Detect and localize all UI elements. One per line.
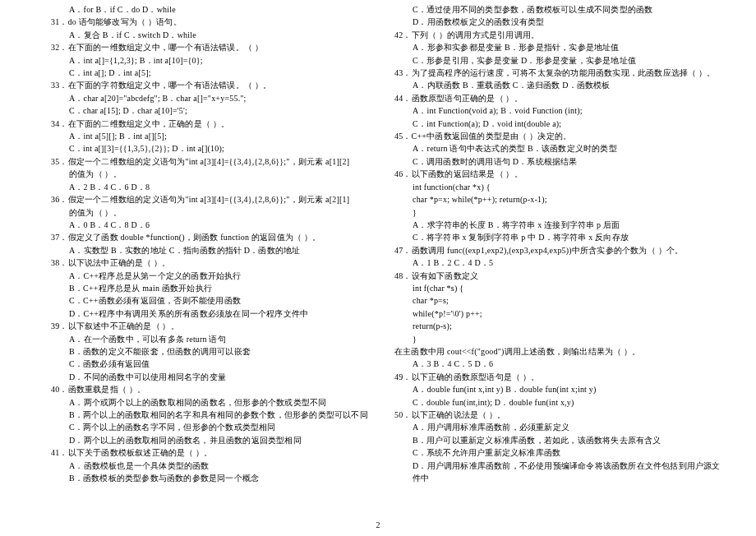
text-line: A．char a[20]="abcdefg"; B．char a[]="x+y=…: [51, 92, 362, 104]
text-line: 33．在下面的字符数组定义中，哪一个有语法错误。（ ）。: [51, 79, 362, 91]
text-line: A．内联函数 B．重载函数 C．递归函数 D．函数模板: [394, 79, 723, 91]
text-line: }: [394, 206, 723, 219]
text-line: C．系统不允许用户重新定义标准库函数: [394, 446, 723, 459]
text-line: A．0 B．4 C．8 D．6: [51, 219, 362, 231]
text-line: 44．函数原型语句正确的是（ ）。: [394, 92, 723, 104]
text-line: 的值为（ ）。: [51, 168, 362, 180]
text-line: 45．C++中函数返回值的类型是由（ ）决定的。: [394, 130, 723, 142]
text-line: A．用户调用标准库函数前，必须重新定义: [394, 421, 723, 433]
left-column: A．for B．if C．do D．while31．do 语句能够改写为（ ）语…: [0, 3, 378, 484]
text-line: 的值为（ ）。: [51, 206, 362, 219]
text-line: A．实数型 B．实数的地址 C．指向函数的指针 D．函数的地址: [51, 244, 362, 256]
text-line: D．用户调用标准库函数前，不必使用预编译命令将该函数所在文件包括到用户源文: [394, 460, 723, 472]
text-line: B．C++程序总是从 main 函数开始执行: [51, 282, 362, 294]
document-page: A．for B．if C．do D．while31．do 语句能够改写为（ ）语…: [0, 0, 756, 484]
text-line: 件中: [394, 472, 723, 484]
text-line: D．用函数模板定义的函数没有类型: [394, 16, 723, 28]
text-line: C．int a[][3]={{1,3,5},{2}}; D．int a[](10…: [51, 142, 362, 155]
text-line: 48．设有如下函数定义: [394, 270, 723, 282]
text-line: A．double fun(int x,int y) B．double fun(i…: [394, 383, 723, 395]
text-line: A．int a[5][]; B．int a[][5];: [51, 130, 362, 142]
text-line: C．double fun(int,int); D．double fun(int …: [394, 396, 723, 409]
text-line: A．两个或两个以上的函数取相同的函数名，但形参的个数或类型不同: [51, 396, 362, 409]
text-line: A．3 B．4 C．5 D．6: [394, 358, 723, 370]
text-line: D．C++程序中有调用关系的所有函数必须放在同一个程序文件中: [51, 307, 362, 320]
text-line: return(p-s);: [394, 320, 723, 332]
text-line: C．形参是引用，实参是变量 D．形参是变量，实参是地址值: [394, 54, 723, 67]
text-line: A．形参和实参都是变量 B．形参是指针，实参是地址值: [394, 41, 723, 53]
text-line: 32．在下面的一维数组定义中，哪一个有语法错误。（ ）: [51, 41, 362, 53]
text-line: B．用户可以重新定义标准库函数，若如此，该函数将失去原有含义: [394, 434, 723, 446]
text-line: D．不同的函数中可以使用相同名字的变量: [51, 371, 362, 383]
page-number: 2: [376, 520, 380, 529]
text-line: 49．以下正确的函数原型语句是（ ）。: [394, 371, 723, 383]
text-line: C．将字符串 x 复制到字符串 p 中 D．将字符串 x 反向存放: [394, 231, 723, 243]
text-line: char *p=s;: [394, 294, 723, 307]
text-line: A．函数模板也是一个具体类型的函数: [51, 460, 362, 472]
text-line: 31．do 语句能够改写为（ ）语句。: [51, 16, 362, 28]
text-line: 在主函数中用 cout<<f("good")调用上述函数，则输出结果为（ ）。: [394, 345, 723, 358]
text-line: int function(char *x) {: [394, 181, 723, 193]
text-line: A．int Function(void a); B．void Function …: [394, 104, 723, 117]
text-line: C．char a[15]; D．char a[10]='5';: [51, 104, 362, 117]
text-line: C．int a[]; D．int a[5];: [51, 67, 362, 79]
text-line: 35．假定一个二维数组的定义语句为"int a[3][4]={{3,4},{2,…: [51, 155, 362, 168]
text-line: 40．函数重载是指（ ）。: [51, 383, 362, 395]
text-line: A．求字符串的长度 B．将字符串 x 连接到字符串 p 后面: [394, 219, 723, 231]
text-line: A．复合 B．if C．switch D．while: [51, 29, 362, 41]
text-line: C．两个以上的函数名字不同，但形参的个数或类型相同: [51, 421, 362, 433]
text-line: 46．以下函数的返回结果是（ ）。: [394, 168, 723, 180]
text-line: A．2 B．4 C．6 D．8: [51, 181, 362, 193]
text-line: B．函数模板的类型参数与函数的参数是同一个概念: [51, 472, 362, 484]
text-line: A．在一个函数中，可以有多条 return 语句: [51, 333, 362, 345]
text-line: C．调用函数时的调用语句 D．系统根据结果: [394, 155, 723, 168]
text-line: B．两个以上的函数取相同的名字和具有相同的参数个数，但形参的类型可以不同: [51, 409, 362, 421]
text-line: C．函数必须有返回值: [51, 358, 362, 370]
text-line: 39．以下叙述中不正确的是（ ）。: [51, 320, 362, 332]
text-line: 36．假定一个二维数组的定义语句为"int a[3][4]={{3,4},{2,…: [51, 193, 362, 206]
text-line: A．return 语句中表达式的类型 B．该函数定义时的类型: [394, 142, 723, 155]
text-line: 43．为了提高程序的运行速度，可将不太复杂的功能用函数实现，此函数应选择（ ）。: [394, 67, 723, 79]
text-line: 38．以下说法中正确的是（ ）。: [51, 256, 362, 269]
text-line: 42．下列（ ）的调用方式是引用调用。: [394, 29, 723, 41]
text-line: int f(char *s) {: [394, 282, 723, 294]
text-line: B．函数的定义不能嵌套，但函数的调用可以嵌套: [51, 345, 362, 358]
text-line: C．int Function(a); D．void int(double a);: [394, 118, 723, 130]
text-line: C．C++函数必须有返回值，否则不能使用函数: [51, 294, 362, 307]
text-line: A．1 B．2 C．4 D．5: [394, 256, 723, 269]
text-line: 37．假定义了函数 double *function()，则函数 functio…: [51, 231, 362, 243]
text-line: char *p=x; while(*p++); return(p-x-1);: [394, 193, 723, 206]
text-line: 47．函数调用 func((exp1,exp2),(exp3,exp4,exp5…: [394, 244, 723, 256]
right-column: C．通过使用不同的类型参数，函数模板可以生成不同类型的函数D．用函数模板定义的函…: [378, 3, 756, 484]
text-line: }: [394, 333, 723, 345]
text-line: C．通过使用不同的类型参数，函数模板可以生成不同类型的函数: [394, 3, 723, 16]
text-line: 34．在下面的二维数组定义中，正确的是（ ）。: [51, 118, 362, 130]
text-line: A．for B．if C．do D．while: [51, 3, 362, 16]
text-line: A．C++程序总是从第一个定义的函数开始执行: [51, 270, 362, 282]
text-line: 50．以下正确的说法是（ ）。: [394, 409, 723, 421]
text-line: A．int a[]={1,2,3}; B．int a[10]={0};: [51, 54, 362, 67]
text-line: while(*p!='\0') p++;: [394, 307, 723, 320]
text-line: 41．以下关于函数模板叙述正确的是（ ）。: [51, 446, 362, 459]
text-line: D．两个以上的函数取相同的函数名，并且函数的返回类型相同: [51, 434, 362, 446]
